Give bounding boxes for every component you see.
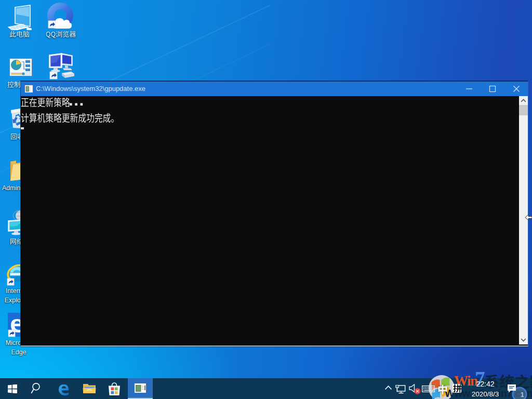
svg-text:1: 1 — [521, 391, 524, 398]
